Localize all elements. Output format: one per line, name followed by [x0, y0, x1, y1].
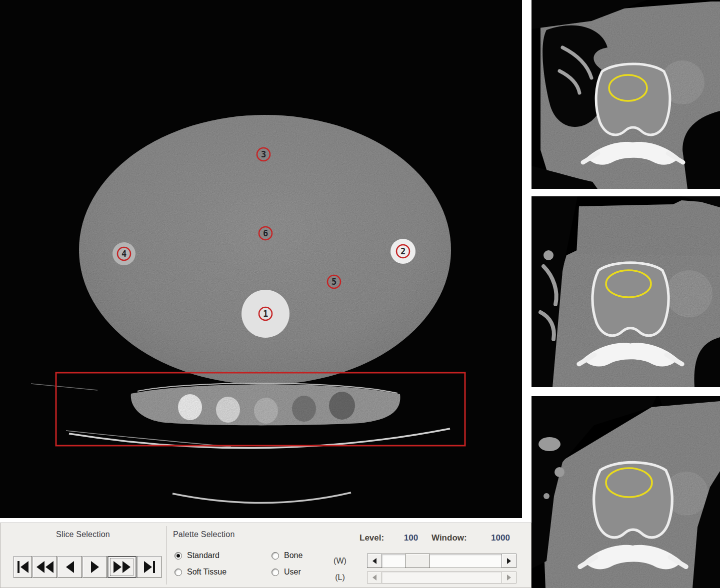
svg-text:2: 2	[400, 246, 406, 256]
density-insert-4	[292, 396, 316, 422]
arrow-right-icon	[507, 575, 511, 581]
radio-standard[interactable]: Standard	[174, 551, 220, 560]
radio-circle-icon	[272, 569, 279, 576]
level-label: Level:	[360, 533, 384, 543]
scrollbar-track[interactable]	[382, 554, 502, 568]
scroll-left-button[interactable]	[367, 572, 382, 584]
arrow-right-icon	[507, 558, 511, 564]
ct-slice-3[interactable]	[532, 396, 720, 588]
fast-forward-button[interactable]	[108, 556, 136, 578]
window-value: 1000	[484, 533, 518, 543]
skip-bar-icon	[153, 561, 155, 573]
skip-bar-icon	[18, 561, 20, 573]
svg-text:3: 3	[261, 149, 266, 159]
slice3-vessel-blob-b	[554, 467, 564, 477]
phantom-image: 3 6 4 2 5 1	[0, 0, 522, 518]
aorta	[666, 270, 712, 317]
radio-user[interactable]: User	[272, 568, 301, 577]
ct-slice-2[interactable]	[532, 196, 720, 387]
window-scrollbar[interactable]	[367, 554, 516, 568]
triangle-left-icon	[66, 561, 74, 573]
triangle-left-icon	[20, 561, 28, 573]
slice-selection-title: Slice Selection	[16, 530, 150, 539]
triangle-left-icon	[36, 561, 44, 573]
density-insert-5	[329, 392, 355, 420]
phantom-viewer[interactable]: 3 6 4 2 5 1	[0, 0, 522, 518]
radio-label: User	[284, 568, 301, 577]
scrollbar-thumb[interactable]	[405, 554, 430, 568]
radio-label: Soft Tissue	[187, 568, 226, 577]
svg-text:4: 4	[122, 249, 126, 259]
rewind-button[interactable]	[32, 556, 57, 578]
radio-circle-icon	[174, 569, 182, 576]
radio-soft-tissue[interactable]: Soft Tissue	[174, 568, 226, 577]
slice2-vessel-blob	[544, 250, 554, 260]
palette-selection-title: Palette Selection	[173, 530, 234, 539]
radio-bone[interactable]: Bone	[272, 551, 302, 560]
svg-text:6: 6	[263, 228, 268, 238]
radio-circle-icon	[174, 552, 182, 560]
density-insert-3	[254, 398, 278, 424]
scroll-right-button[interactable]	[502, 554, 516, 568]
arrow-left-icon	[372, 575, 376, 581]
svg-text:1: 1	[263, 309, 268, 319]
triangle-right-icon	[144, 561, 152, 573]
ct-slice-1[interactable]	[532, 0, 720, 189]
scroll-left-button[interactable]	[367, 554, 382, 568]
radio-circle-icon	[272, 552, 279, 560]
scroll-right-button[interactable]	[502, 572, 516, 584]
control-panel: Slice Selection Palette Selection S	[0, 523, 532, 588]
radio-label: Standard	[187, 551, 220, 560]
triangle-right-icon	[91, 561, 99, 573]
window-label: Window:	[432, 533, 467, 543]
previous-slice-button[interactable]	[58, 556, 82, 578]
triangle-left-icon	[46, 561, 54, 573]
triangle-right-icon	[114, 561, 122, 573]
triangle-right-icon	[122, 561, 130, 573]
slice3-vessel-blob-a	[538, 437, 560, 451]
window-slider-tag: (W)	[328, 557, 352, 566]
first-slice-button[interactable]	[14, 556, 32, 578]
scrollbar-track[interactable]	[382, 572, 502, 584]
slice-navigation-buttons	[14, 556, 162, 578]
density-insert-2	[216, 397, 240, 423]
next-slice-button[interactable]	[82, 556, 107, 578]
level-slider-tag: (L)	[328, 573, 352, 582]
ct-phantom-analysis-app: { "left_viewer": { "rois": [ {"id": "roi…	[0, 0, 720, 588]
radio-label: Bone	[284, 551, 302, 560]
arrow-left-icon	[372, 558, 376, 564]
svg-text:5: 5	[332, 277, 336, 287]
slice3-vessel-blob-c	[544, 493, 550, 499]
density-insert-1	[178, 394, 202, 420]
section-divider	[166, 526, 166, 585]
level-value: 100	[398, 533, 424, 543]
level-scrollbar[interactable]	[367, 572, 516, 584]
last-slice-button[interactable]	[137, 556, 162, 578]
